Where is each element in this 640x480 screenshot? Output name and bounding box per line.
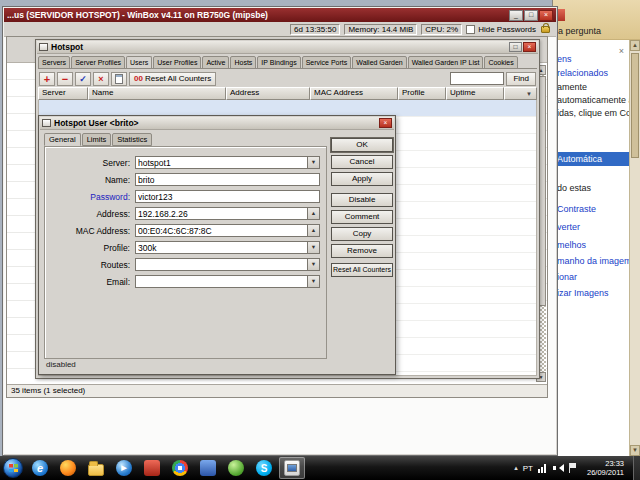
browser-header: a pergunta: [553, 0, 640, 40]
apply-button[interactable]: Apply: [331, 172, 393, 186]
server-dropdown-icon[interactable]: [308, 156, 320, 169]
panel-close-icon[interactable]: [619, 46, 624, 56]
action-center-icon[interactable]: [568, 463, 578, 473]
copy-button[interactable]: Copy: [331, 227, 393, 241]
cancel-button[interactable]: Cancel: [331, 155, 393, 169]
remove-button[interactable]: [57, 72, 73, 86]
hotspot-close-button[interactable]: [523, 42, 536, 52]
taskbar-icon-red-app[interactable]: [139, 457, 165, 479]
tab-servers[interactable]: Servers: [38, 56, 70, 69]
comment-button[interactable]: [111, 72, 127, 86]
clock[interactable]: 23:33 26/09/2011: [583, 459, 628, 477]
taskbar-icon-firefox[interactable]: [55, 457, 81, 479]
disable-button[interactable]: [93, 72, 109, 86]
enable-button[interactable]: [75, 72, 91, 86]
tab-active[interactable]: Active: [202, 56, 229, 69]
memory-indicator: Memory: 14.4 MiB: [344, 24, 417, 35]
column-header-uptime[interactable]: Uptime: [446, 87, 504, 100]
password-field-input[interactable]: [135, 190, 320, 203]
sort-icon[interactable]: [526, 89, 533, 99]
browser-link[interactable]: ionar: [557, 272, 577, 282]
network-icon[interactable]: [538, 463, 548, 473]
tab-users[interactable]: Users: [126, 56, 152, 69]
add-button[interactable]: [39, 72, 55, 86]
routes-field-row: Routes:: [45, 256, 326, 273]
server-field-input[interactable]: [135, 156, 308, 169]
taskbar-icon-chrome[interactable]: [167, 457, 193, 479]
mac-address-clear-icon[interactable]: [308, 224, 320, 237]
find-input[interactable]: [450, 72, 504, 85]
tab-ip-bindings[interactable]: IP Bindings: [257, 56, 300, 69]
profile-field-row: Profile:: [45, 239, 326, 256]
tab-statistics[interactable]: Statistics: [112, 133, 152, 146]
routes-field-input[interactable]: [135, 258, 308, 271]
browser-link[interactable]: melhos: [557, 240, 586, 250]
address-field-input[interactable]: [135, 207, 308, 220]
taskbar-icon-media-player[interactable]: [111, 457, 137, 479]
language-indicator[interactable]: PT: [523, 464, 533, 473]
browser-selected-item[interactable]: Automática: [553, 152, 629, 166]
tab-user-profiles[interactable]: User Profiles: [153, 56, 201, 69]
disable-button[interactable]: Disable: [331, 193, 393, 207]
show-desktop-button[interactable]: [633, 456, 640, 480]
taskbar-icon-internet-explorer[interactable]: [27, 457, 53, 479]
routes-dropdown-icon[interactable]: [308, 258, 320, 271]
scroll-up-icon[interactable]: [630, 40, 640, 51]
browser-scrollbar[interactable]: [629, 40, 640, 456]
name-field-input[interactable]: [135, 173, 320, 186]
taskbar-icon-winbox[interactable]: [279, 457, 305, 479]
tab-hosts[interactable]: Hosts: [230, 56, 256, 69]
browser-link[interactable]: verter: [557, 222, 580, 232]
ok-button[interactable]: OK: [331, 138, 393, 152]
minimize-button[interactable]: [509, 10, 523, 21]
dialog-titlebar[interactable]: Hotspot User <brito>: [40, 117, 394, 130]
column-header-server[interactable]: Server: [38, 87, 88, 100]
column-header-address[interactable]: Address: [226, 87, 310, 100]
volume-icon[interactable]: [553, 463, 563, 473]
start-button[interactable]: [3, 458, 23, 478]
hide-passwords-toggle[interactable]: Hide Passwords: [466, 25, 536, 34]
browser-link[interactable]: relacionados: [557, 68, 608, 78]
email-dropdown-icon[interactable]: [308, 275, 320, 288]
column-header-name[interactable]: Name: [88, 87, 226, 100]
tab-walled-garden-ip-list[interactable]: Walled Garden IP List: [408, 56, 484, 69]
winbox-titlebar[interactable]: ...us (SERVIDOR HOTSPOT) - WinBox v4.11 …: [4, 8, 556, 22]
maximize-button[interactable]: [524, 10, 538, 21]
scroll-down-icon[interactable]: [630, 445, 640, 456]
email-field-input[interactable]: [135, 275, 308, 288]
selected-row[interactable]: [39, 100, 536, 116]
column-header-profile[interactable]: Profile: [398, 87, 446, 100]
profile-dropdown-icon[interactable]: [308, 241, 320, 254]
tab-general[interactable]: General: [44, 133, 81, 146]
column-header-mac-address[interactable]: MAC Address: [310, 87, 398, 100]
tab-cookies[interactable]: Cookies: [484, 56, 517, 69]
tab-server-profiles[interactable]: Server Profiles: [71, 56, 125, 69]
tab-walled-garden[interactable]: Walled Garden: [352, 56, 406, 69]
hide-passwords-checkbox[interactable]: [466, 25, 475, 34]
browser-link[interactable]: manho da imagem: [557, 256, 632, 266]
hotspot-maximize-button[interactable]: [509, 42, 522, 52]
tab-service-ports[interactable]: Service Ports: [302, 56, 352, 69]
browser-link[interactable]: Contraste: [557, 204, 596, 214]
taskbar-icon-green-app[interactable]: [223, 457, 249, 479]
taskbar-icon-blue-app[interactable]: [195, 457, 221, 479]
find-button[interactable]: Find: [506, 72, 536, 86]
browser-link[interactable]: izar Imagens: [557, 288, 609, 298]
hotspot-titlebar[interactable]: Hotspot: [37, 41, 538, 54]
address-clear-icon[interactable]: [308, 207, 320, 220]
hidden-icons-arrow[interactable]: [514, 464, 518, 472]
comment-button[interactable]: Comment: [331, 210, 393, 224]
remove-button[interactable]: Remove: [331, 244, 393, 258]
reset-all-counters-button[interactable]: 00 Reset All Counters: [129, 72, 216, 86]
profile-field-input[interactable]: [135, 241, 308, 254]
taskbar-icon-skype[interactable]: [251, 457, 277, 479]
taskbar-icon-windows-explorer[interactable]: [83, 457, 109, 479]
mac-address-field-input[interactable]: [135, 224, 308, 237]
browser-link[interactable]: ens: [557, 54, 572, 64]
close-button[interactable]: [539, 10, 553, 21]
dialog-close-button[interactable]: [379, 118, 392, 128]
tab-limits[interactable]: Limits: [82, 133, 112, 146]
reset-all-counters-button[interactable]: Reset All Counters: [331, 263, 393, 277]
browser-scrollbar-thumb[interactable]: [631, 53, 639, 158]
mac-address-field-label: MAC Address:: [51, 226, 135, 236]
